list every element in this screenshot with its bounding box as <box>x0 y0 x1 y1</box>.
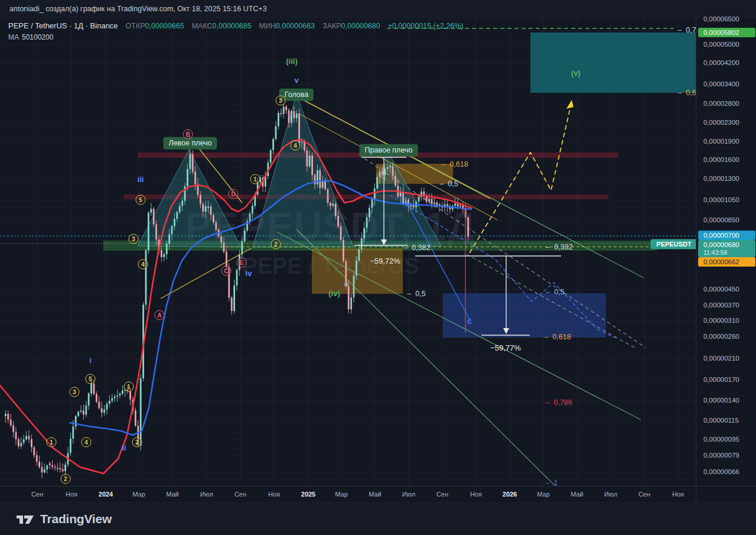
time-tick: Ноя <box>672 491 684 498</box>
price-tick: 0,00000310 <box>703 317 739 324</box>
price-tick: 0,00003400 <box>703 80 739 87</box>
price-tick: 0,00000170 <box>703 376 739 383</box>
time-tick: Май <box>166 491 179 498</box>
time-tick: 2026 <box>503 491 517 498</box>
time-tick: Май <box>369 491 382 498</box>
price-tick: 0,00000450 <box>703 286 739 293</box>
price-tick: 0,00004200 <box>703 59 739 66</box>
tradingview-snapshot: antoniadi_ создал(а) график на TradingVi… <box>0 0 756 535</box>
time-tick: Июл <box>200 491 213 498</box>
level-price-badge: 0,00000700 <box>698 231 755 240</box>
price-tick: 0,00005000 <box>703 41 739 48</box>
time-tick: Июл <box>604 491 617 498</box>
price-tick: 0,00000370 <box>703 301 739 309</box>
time-tick: Мар <box>132 491 145 498</box>
time-tick: Мар <box>537 491 550 498</box>
price-tick: 0,00000115 <box>703 417 739 424</box>
tradingview-logo-icon[interactable] <box>17 513 34 526</box>
time-tick: Июл <box>402 491 415 498</box>
price-tick: 0,00000850 <box>703 216 739 223</box>
alert-price-badge: 0,00000662 <box>698 257 755 267</box>
price-tick: 0,00006500 <box>703 15 739 22</box>
price-tick: 0,00001050 <box>703 196 739 203</box>
axis-separator <box>696 487 696 503</box>
time-tick: Сен <box>436 491 448 498</box>
price-tick: 0,00002300 <box>703 119 739 126</box>
price-tick: 0,00000210 <box>703 355 739 362</box>
fib-zone-left <box>312 248 403 294</box>
price-axis[interactable]: 0,000065000,000050000,000042000,00003400… <box>696 18 756 486</box>
footer-bar: TradingView <box>0 502 756 535</box>
time-tick: Ноя <box>66 491 77 498</box>
time-axis[interactable]: СенНоя2024МарМайИюлСенНоя2025МарМайИюлСе… <box>0 486 756 503</box>
price-tick: 0,00000140 <box>703 397 739 404</box>
time-tick: Ноя <box>268 491 280 498</box>
price-tick: 0,00000095 <box>703 436 739 443</box>
price-tick: 0,00002800 <box>703 100 739 107</box>
time-tick: Сен <box>31 491 43 498</box>
price-tick: 0,00001600 <box>703 156 739 163</box>
projection-lines <box>0 100 696 349</box>
target-price-badge: 0,00005802 <box>698 28 755 37</box>
price-tick: 0,00001900 <box>703 138 739 145</box>
time-tick: Сен <box>234 491 246 498</box>
price-tick: 0,00000079 <box>703 452 739 459</box>
time-tick: 2024 <box>99 491 113 498</box>
price-tick: 0,00001300 <box>703 175 739 182</box>
tradingview-logo-text[interactable]: TradingView <box>40 512 112 526</box>
time-tick: 2025 <box>301 491 315 498</box>
chart-canvas[interactable] <box>0 0 696 486</box>
target-box-v <box>530 33 696 93</box>
price-tick: 0,00000066 <box>703 468 739 475</box>
time-tick: Мар <box>335 491 348 498</box>
time-tick: Сен <box>638 491 650 498</box>
last-price-badge: 0,0000068011:43:59 <box>698 240 755 257</box>
time-tick: Май <box>571 491 584 498</box>
time-tick: Ноя <box>470 491 482 498</box>
price-tick: 0,00000260 <box>703 333 739 340</box>
